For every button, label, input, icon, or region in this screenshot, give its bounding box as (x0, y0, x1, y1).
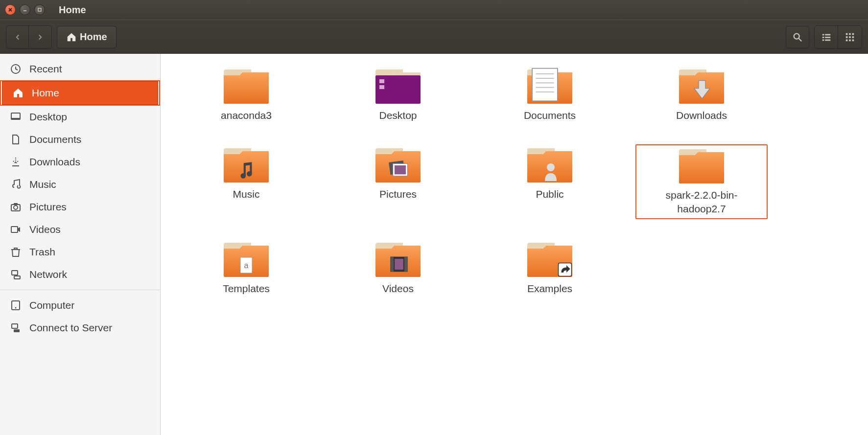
folder-label: spark-2.2.0-bin-hadoop2.7 (653, 188, 751, 215)
content-area: anaconda3 Desktop Documents (161, 54, 868, 435)
grid-view-button[interactable] (838, 26, 862, 48)
svg-line-2 (799, 38, 802, 41)
sidebar-item-label: Pictures (29, 201, 67, 213)
sidebar-item-label: Downloads (29, 156, 80, 168)
music-icon (10, 179, 22, 190)
sidebar-item-label: Recent (29, 63, 62, 75)
sidebar-item-recent[interactable]: Recent (0, 58, 160, 80)
sidebar-item-connect-server[interactable]: Connect to Server (0, 317, 160, 339)
shortcut-overlay-icon (558, 262, 572, 277)
folder-videos[interactable]: Videos (332, 239, 464, 298)
svg-rect-0 (38, 8, 41, 11)
svg-rect-6 (825, 37, 830, 38)
svg-rect-9 (846, 33, 848, 35)
search-button[interactable] (786, 26, 809, 48)
download-overlay-icon (691, 78, 713, 101)
sidebar-item-desktop[interactable]: Desktop (0, 106, 160, 128)
window-minimize-button[interactable] (20, 4, 30, 15)
folder-label: Music (233, 187, 260, 201)
folder-icon-templates: a (222, 242, 271, 278)
svg-point-1 (794, 33, 799, 39)
breadcrumb-home[interactable]: Home (57, 26, 117, 48)
chevron-left-icon (13, 33, 22, 42)
home-icon (12, 87, 24, 99)
back-button[interactable] (6, 26, 29, 48)
svg-rect-31 (14, 329, 20, 332)
folder-label: Documents (524, 109, 576, 122)
video-icon (10, 224, 22, 235)
window-close-button[interactable] (5, 4, 16, 15)
folder-downloads[interactable]: Downloads (635, 66, 768, 125)
camera-icon (10, 201, 22, 213)
sidebar-item-computer[interactable]: Computer (0, 294, 160, 317)
folder-label: Downloads (676, 109, 727, 122)
sidebar-item-label: Desktop (29, 111, 67, 123)
sidebar-item-label: Music (29, 179, 56, 190)
sidebar-item-downloads[interactable]: Downloads (0, 151, 160, 173)
titlebar: Home (0, 0, 868, 20)
svg-rect-8 (825, 39, 830, 41)
home-icon (66, 32, 77, 43)
sidebar: Recent Home Desktop Documents Downloads … (0, 54, 161, 435)
folder-music[interactable]: Music (180, 144, 312, 219)
folder-icon (677, 148, 726, 184)
view-toggle-group (814, 25, 862, 49)
computer-icon (10, 299, 22, 311)
svg-rect-25 (11, 227, 18, 232)
sidebar-item-label: Connect to Server (29, 322, 112, 334)
folder-label: anaconda3 (221, 109, 272, 122)
svg-point-44 (547, 163, 555, 171)
svg-rect-24 (14, 203, 18, 205)
person-overlay-icon (541, 160, 561, 183)
folder-spark[interactable]: spark-2.2.0-bin-hadoop2.7 (635, 144, 768, 219)
document-icon (10, 134, 22, 145)
icon-grid: anaconda3 Desktop Documents (180, 66, 768, 298)
folder-anaconda3[interactable]: anaconda3 (180, 66, 312, 125)
breadcrumb-label: Home (80, 31, 107, 43)
folder-label: Pictures (379, 187, 417, 201)
folder-pictures[interactable]: Pictures (332, 144, 464, 219)
sidebar-item-network[interactable]: Network (0, 263, 160, 286)
sidebar-item-music[interactable]: Music (0, 173, 160, 196)
folder-label: Templates (223, 282, 270, 295)
nav-group (6, 25, 52, 49)
sidebar-item-label: Home (32, 87, 59, 99)
svg-rect-4 (825, 34, 830, 35)
folder-label: Examples (527, 282, 572, 295)
svg-rect-5 (822, 37, 824, 38)
sidebar-item-videos[interactable]: Videos (0, 218, 160, 241)
folder-label: Desktop (379, 109, 417, 122)
sidebar-item-pictures[interactable]: Pictures (0, 196, 160, 218)
sidebar-item-label: Trash (29, 246, 55, 258)
window-maximize-button[interactable] (34, 4, 45, 15)
folder-public[interactable]: Public (484, 144, 616, 219)
folder-label: Videos (382, 282, 414, 295)
desktop-icon (10, 111, 22, 123)
svg-rect-49 (404, 256, 408, 272)
template-overlay-icon: a (237, 254, 257, 276)
folder-icon-documents (525, 69, 574, 105)
sidebar-item-label: Network (29, 269, 67, 280)
svg-rect-17 (852, 39, 854, 41)
sidebar-item-home[interactable]: Home (2, 81, 158, 105)
svg-rect-35 (532, 69, 558, 101)
folder-documents[interactable]: Documents (484, 66, 616, 125)
folder-icon-videos (374, 242, 422, 278)
forward-button[interactable] (29, 26, 51, 48)
folder-examples[interactable]: Examples (484, 239, 616, 298)
sidebar-item-trash[interactable]: Trash (0, 241, 160, 263)
sidebar-item-label: Documents (29, 134, 81, 145)
sidebar-item-label: Videos (29, 224, 61, 235)
svg-rect-33 (379, 79, 384, 83)
server-icon (10, 322, 22, 334)
folder-icon-downloads (677, 69, 726, 105)
toolbar: Home (0, 20, 868, 54)
network-icon (10, 269, 22, 280)
svg-rect-11 (852, 33, 854, 35)
list-view-button[interactable] (815, 26, 838, 48)
sidebar-item-documents[interactable]: Documents (0, 128, 160, 151)
folder-templates[interactable]: a Templates (180, 239, 312, 298)
svg-text:a: a (244, 261, 249, 270)
folder-desktop[interactable]: Desktop (332, 66, 464, 125)
svg-rect-27 (14, 276, 20, 279)
